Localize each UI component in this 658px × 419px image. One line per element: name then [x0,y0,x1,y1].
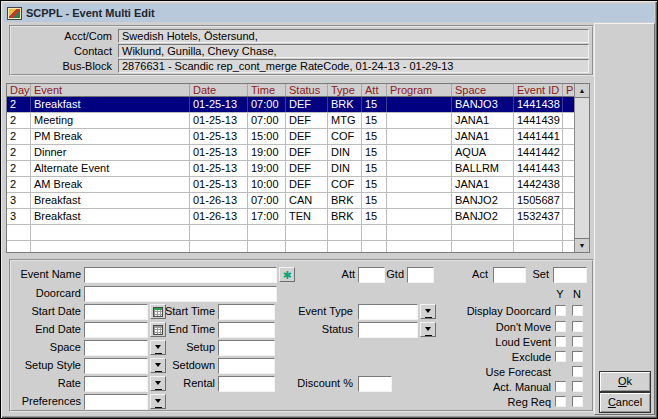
cell: TEN [286,209,328,224]
column-header-time: Time [248,84,286,96]
cell [248,225,286,240]
end-date-input[interactable] [84,322,148,338]
app-icon[interactable] [7,7,22,20]
booking-header-group: Acct/Com Swedish Hotels, Östersund, Cont… [9,25,594,76]
rate-input[interactable] [84,376,148,392]
cell [387,193,452,208]
cell: 15 [362,145,387,160]
cell: BRK [328,209,362,224]
ok-button[interactable]: Ok [599,371,651,392]
title-bar[interactable]: SCPPL - Event Multi Edit [4,4,654,22]
act-manual-no-checkbox[interactable] [572,381,583,392]
empty-row[interactable] [7,225,574,241]
cell: 10:00 [248,177,286,192]
scroll-down-icon[interactable]: ▼ [575,238,589,252]
cell: 01-25-13 [190,145,248,160]
option-row-reg-req: Reg Req [431,395,591,408]
preferences-dropdown-button[interactable] [150,394,166,409]
exclude-label: Exclude [431,351,551,363]
loud-event-yes-checkbox[interactable] [555,336,566,347]
use-forecast-no-checkbox[interactable] [572,366,583,377]
event-name-input[interactable] [84,267,277,283]
reg-req-yes-checkbox[interactable] [555,396,566,407]
column-header-date: Date [190,84,248,96]
gtd-input[interactable] [407,267,434,283]
loud-event-no-checkbox[interactable] [572,336,583,347]
display-doorcard-no-checkbox[interactable] [572,305,583,316]
cell [387,145,452,160]
cell: MTG [328,113,362,128]
event-row[interactable]: 2Alternate Event01-25-1319:00DEFDIN15BAL… [7,161,574,177]
column-header-status: Status [286,84,328,96]
event-type-input[interactable] [358,304,418,320]
set-input[interactable] [553,267,587,283]
rental-input[interactable] [218,376,275,392]
table-scrollbar[interactable]: ▲ ▼ [574,84,589,252]
event-row[interactable]: 3Breakfast01-26-1307:00CANBRK15BANJO2150… [7,193,574,209]
cell: COF [328,177,362,192]
cell: 1532437 [514,209,563,224]
cell [286,225,328,240]
cell: 1442438 [514,177,563,192]
cell: BANJO3 [452,97,514,112]
event-row[interactable]: 2Breakfast01-25-1307:00DEFBRK15BANJO3144… [7,97,574,113]
option-row-act-manual: Act. Manual [431,380,591,393]
preferences-input[interactable] [84,394,148,410]
don-t-move-label: Don't Move [431,321,551,333]
end-date-label: End Date [11,323,81,336]
dropdown-arrow-icon [155,399,161,406]
event-row[interactable]: 2Meeting01-25-1307:00DEFMTG15JANA1144143… [7,113,574,129]
don-t-move-no-checkbox[interactable] [572,321,583,332]
cell [563,97,574,112]
doorcard-input[interactable] [84,286,277,302]
setup-style-input[interactable] [84,358,148,374]
reg-req-no-checkbox[interactable] [572,396,583,407]
cell: 2 [7,97,31,112]
event-multi-edit-window: SCPPL - Event Multi Edit Acct/Com Swedis… [0,0,658,419]
cancel-button[interactable]: Cancel [599,392,651,413]
cell: 15 [362,129,387,144]
event-row[interactable]: 2Dinner01-25-1319:00DEFDIN15AQUA1441442 [7,145,574,161]
exclude-yes-checkbox[interactable] [555,351,566,362]
set-label: Set [519,268,549,281]
cell [31,241,190,252]
cell [563,209,574,224]
cell: Meeting [31,113,190,128]
rental-label: Rental [155,377,215,390]
cell: 3 [7,193,31,208]
scroll-up-icon[interactable]: ▲ [575,84,589,98]
act-manual-yes-checkbox[interactable] [555,381,566,392]
cell [7,241,31,252]
cell [31,225,190,240]
discount-input[interactable] [358,376,392,392]
att-label: Att [325,268,355,281]
display-doorcard-yes-checkbox[interactable] [555,305,566,316]
event-row[interactable]: 2PM Break01-25-1315:00DEFCOF15JANA114414… [7,129,574,145]
cell: DEF [286,129,328,144]
space-input[interactable] [84,340,148,356]
start-date-input[interactable] [84,304,148,320]
end-time-input[interactable] [218,322,275,338]
event-row[interactable]: 2AM Break01-25-1310:00DEFCOF15JANA114424… [7,177,574,193]
yes-column-header: Y [554,288,566,300]
event-name-lookup-button[interactable]: ✱ [279,267,295,282]
exclude-no-checkbox[interactable] [572,351,583,362]
bus-block-label: Bus-Block [14,60,118,72]
cell: 15 [362,113,387,128]
events-table-body: 2Breakfast01-25-1307:00DEFBRK15BANJO3144… [7,97,574,252]
reg-req-label: Reg Req [431,396,551,408]
start-time-input[interactable] [218,304,275,320]
don-t-move-yes-checkbox[interactable] [555,321,566,332]
event-row[interactable]: 3Breakfast01-26-1317:00TENBRK15BANJO2153… [7,209,574,225]
cell: BALLRM [452,161,514,176]
empty-row[interactable] [7,241,574,252]
column-header-event-id: Event ID [514,84,563,96]
setup-input[interactable] [218,340,275,356]
status-input[interactable] [358,322,418,338]
cell: 2 [7,145,31,160]
cell [387,97,452,112]
acct-com-row: Acct/Com Swedish Hotels, Östersund, [14,29,589,43]
setdown-input[interactable] [218,358,275,374]
cell: 01-25-13 [190,129,248,144]
cell: 15 [362,177,387,192]
